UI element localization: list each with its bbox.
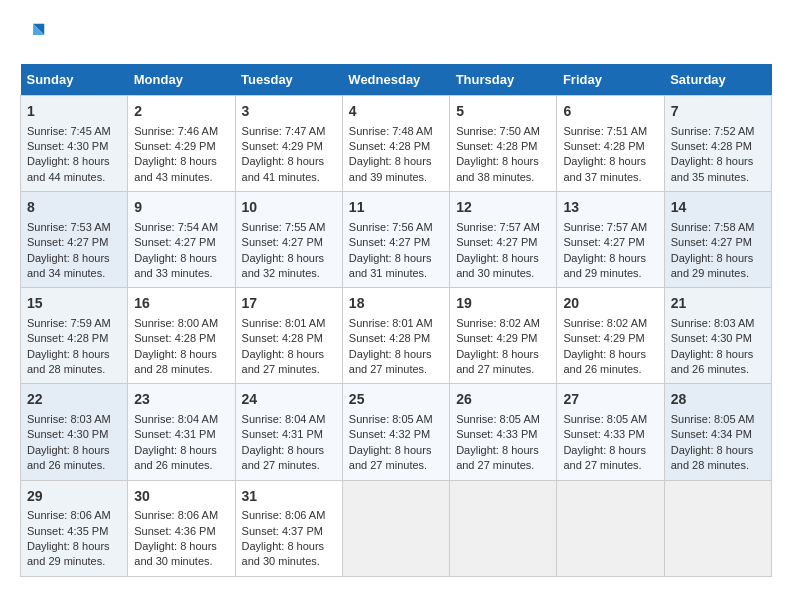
day-number: 26 — [456, 390, 550, 410]
sunrise-text: Sunrise: 8:06 AM — [134, 508, 228, 523]
sunrise-text: Sunrise: 8:03 AM — [671, 316, 765, 331]
sunrise-text: Sunrise: 8:02 AM — [456, 316, 550, 331]
sunrise-text: Sunrise: 8:05 AM — [349, 412, 443, 427]
daylight-text: Daylight: 8 hours and 27 minutes. — [456, 443, 550, 474]
sunset-text: Sunset: 4:29 PM — [456, 331, 550, 346]
calendar-cell: 27Sunrise: 8:05 AMSunset: 4:33 PMDayligh… — [557, 384, 664, 480]
day-number: 29 — [27, 487, 121, 507]
daylight-text: Daylight: 8 hours and 26 minutes. — [563, 347, 657, 378]
calendar-cell: 26Sunrise: 8:05 AMSunset: 4:33 PMDayligh… — [450, 384, 557, 480]
sunset-text: Sunset: 4:29 PM — [563, 331, 657, 346]
calendar-cell: 2Sunrise: 7:46 AMSunset: 4:29 PMDaylight… — [128, 96, 235, 192]
calendar-cell: 7Sunrise: 7:52 AMSunset: 4:28 PMDaylight… — [664, 96, 771, 192]
calendar-cell: 5Sunrise: 7:50 AMSunset: 4:28 PMDaylight… — [450, 96, 557, 192]
calendar-cell: 21Sunrise: 8:03 AMSunset: 4:30 PMDayligh… — [664, 288, 771, 384]
calendar-cell: 15Sunrise: 7:59 AMSunset: 4:28 PMDayligh… — [21, 288, 128, 384]
sunrise-text: Sunrise: 7:57 AM — [456, 220, 550, 235]
day-number: 30 — [134, 487, 228, 507]
daylight-text: Daylight: 8 hours and 26 minutes. — [27, 443, 121, 474]
daylight-text: Daylight: 8 hours and 38 minutes. — [456, 154, 550, 185]
daylight-text: Daylight: 8 hours and 30 minutes. — [456, 251, 550, 282]
daylight-text: Daylight: 8 hours and 30 minutes. — [134, 539, 228, 570]
daylight-text: Daylight: 8 hours and 33 minutes. — [134, 251, 228, 282]
calendar-cell: 20Sunrise: 8:02 AMSunset: 4:29 PMDayligh… — [557, 288, 664, 384]
sunset-text: Sunset: 4:27 PM — [134, 235, 228, 250]
daylight-text: Daylight: 8 hours and 34 minutes. — [27, 251, 121, 282]
day-number: 1 — [27, 102, 121, 122]
calendar-cell: 10Sunrise: 7:55 AMSunset: 4:27 PMDayligh… — [235, 192, 342, 288]
sunset-text: Sunset: 4:36 PM — [134, 524, 228, 539]
day-number: 22 — [27, 390, 121, 410]
day-number: 21 — [671, 294, 765, 314]
day-number: 13 — [563, 198, 657, 218]
sunrise-text: Sunrise: 8:06 AM — [27, 508, 121, 523]
day-number: 31 — [242, 487, 336, 507]
sunset-text: Sunset: 4:29 PM — [242, 139, 336, 154]
daylight-text: Daylight: 8 hours and 43 minutes. — [134, 154, 228, 185]
calendar-cell: 23Sunrise: 8:04 AMSunset: 4:31 PMDayligh… — [128, 384, 235, 480]
sunrise-text: Sunrise: 7:59 AM — [27, 316, 121, 331]
weekday-header-tuesday: Tuesday — [235, 64, 342, 96]
calendar-cell — [450, 480, 557, 576]
sunset-text: Sunset: 4:27 PM — [349, 235, 443, 250]
sunset-text: Sunset: 4:35 PM — [27, 524, 121, 539]
calendar-cell: 29Sunrise: 8:06 AMSunset: 4:35 PMDayligh… — [21, 480, 128, 576]
day-number: 10 — [242, 198, 336, 218]
daylight-text: Daylight: 8 hours and 28 minutes. — [27, 347, 121, 378]
daylight-text: Daylight: 8 hours and 27 minutes. — [242, 347, 336, 378]
calendar-cell: 13Sunrise: 7:57 AMSunset: 4:27 PMDayligh… — [557, 192, 664, 288]
calendar-cell: 6Sunrise: 7:51 AMSunset: 4:28 PMDaylight… — [557, 96, 664, 192]
sunset-text: Sunset: 4:34 PM — [671, 427, 765, 442]
sunset-text: Sunset: 4:28 PM — [563, 139, 657, 154]
sunrise-text: Sunrise: 7:54 AM — [134, 220, 228, 235]
sunrise-text: Sunrise: 7:57 AM — [563, 220, 657, 235]
sunset-text: Sunset: 4:30 PM — [27, 139, 121, 154]
calendar-cell — [342, 480, 449, 576]
sunset-text: Sunset: 4:27 PM — [242, 235, 336, 250]
sunrise-text: Sunrise: 8:04 AM — [134, 412, 228, 427]
calendar-cell: 3Sunrise: 7:47 AMSunset: 4:29 PMDaylight… — [235, 96, 342, 192]
day-number: 27 — [563, 390, 657, 410]
calendar-table: SundayMondayTuesdayWednesdayThursdayFrid… — [20, 64, 772, 577]
logo — [20, 20, 52, 48]
sunrise-text: Sunrise: 7:46 AM — [134, 124, 228, 139]
sunrise-text: Sunrise: 7:56 AM — [349, 220, 443, 235]
day-number: 6 — [563, 102, 657, 122]
day-number: 16 — [134, 294, 228, 314]
calendar-cell: 4Sunrise: 7:48 AMSunset: 4:28 PMDaylight… — [342, 96, 449, 192]
sunrise-text: Sunrise: 8:06 AM — [242, 508, 336, 523]
sunset-text: Sunset: 4:28 PM — [349, 331, 443, 346]
weekday-header-saturday: Saturday — [664, 64, 771, 96]
calendar-cell: 31Sunrise: 8:06 AMSunset: 4:37 PMDayligh… — [235, 480, 342, 576]
sunrise-text: Sunrise: 7:52 AM — [671, 124, 765, 139]
calendar-cell: 30Sunrise: 8:06 AMSunset: 4:36 PMDayligh… — [128, 480, 235, 576]
sunset-text: Sunset: 4:28 PM — [349, 139, 443, 154]
day-number: 5 — [456, 102, 550, 122]
day-number: 20 — [563, 294, 657, 314]
sunset-text: Sunset: 4:27 PM — [671, 235, 765, 250]
calendar-cell: 28Sunrise: 8:05 AMSunset: 4:34 PMDayligh… — [664, 384, 771, 480]
day-number: 28 — [671, 390, 765, 410]
day-number: 24 — [242, 390, 336, 410]
day-number: 15 — [27, 294, 121, 314]
calendar-week-row: 15Sunrise: 7:59 AMSunset: 4:28 PMDayligh… — [21, 288, 772, 384]
daylight-text: Daylight: 8 hours and 41 minutes. — [242, 154, 336, 185]
sunset-text: Sunset: 4:28 PM — [456, 139, 550, 154]
sunset-text: Sunset: 4:30 PM — [671, 331, 765, 346]
daylight-text: Daylight: 8 hours and 35 minutes. — [671, 154, 765, 185]
daylight-text: Daylight: 8 hours and 29 minutes. — [563, 251, 657, 282]
daylight-text: Daylight: 8 hours and 26 minutes. — [671, 347, 765, 378]
sunrise-text: Sunrise: 8:03 AM — [27, 412, 121, 427]
calendar-cell: 17Sunrise: 8:01 AMSunset: 4:28 PMDayligh… — [235, 288, 342, 384]
calendar-cell: 18Sunrise: 8:01 AMSunset: 4:28 PMDayligh… — [342, 288, 449, 384]
weekday-header-sunday: Sunday — [21, 64, 128, 96]
sunrise-text: Sunrise: 8:05 AM — [563, 412, 657, 427]
daylight-text: Daylight: 8 hours and 27 minutes. — [349, 347, 443, 378]
daylight-text: Daylight: 8 hours and 26 minutes. — [134, 443, 228, 474]
day-number: 12 — [456, 198, 550, 218]
weekday-header-wednesday: Wednesday — [342, 64, 449, 96]
calendar-cell: 12Sunrise: 7:57 AMSunset: 4:27 PMDayligh… — [450, 192, 557, 288]
sunrise-text: Sunrise: 8:05 AM — [456, 412, 550, 427]
day-number: 17 — [242, 294, 336, 314]
calendar-cell: 9Sunrise: 7:54 AMSunset: 4:27 PMDaylight… — [128, 192, 235, 288]
